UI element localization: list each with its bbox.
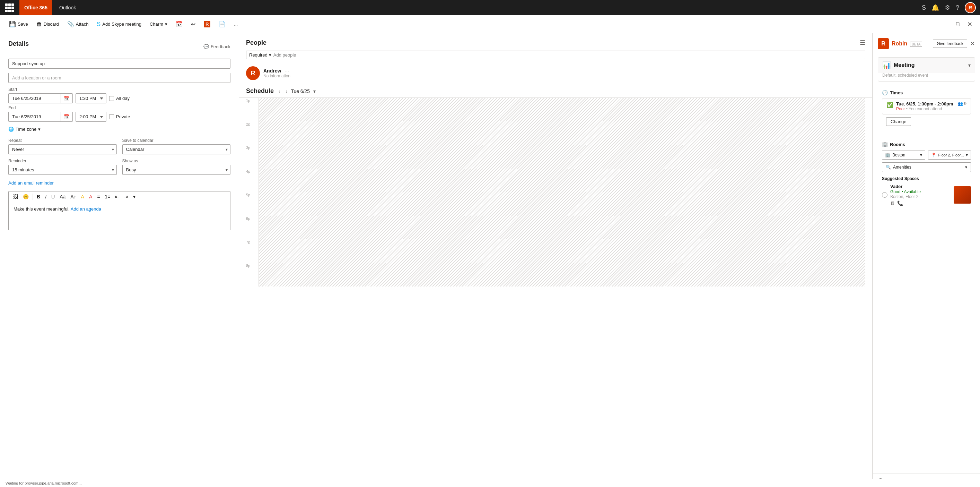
rte-font-size-up-button[interactable]: A↑ (68, 193, 78, 201)
change-time-button[interactable]: Change (886, 117, 911, 126)
toolbar-close-group: ⧉ ✕ (954, 19, 974, 29)
schedule-row-1p: 1p (246, 98, 865, 121)
rich-text-editor: 🖼 😊 B I U Aa A↑ A A ≡ 1≡ ⇤ ⇥ ▾ Make this… (8, 191, 231, 230)
room-status: Good • Available (890, 189, 921, 194)
schedule-date[interactable]: Tue 6/25 (291, 88, 310, 94)
amenities-chevron-icon: ▾ (965, 165, 967, 169)
robin-toolbar-button[interactable]: R (200, 19, 214, 29)
save-calendar-select[interactable]: Calendar (123, 144, 231, 154)
rte-bullets-button[interactable]: ≡ (95, 193, 102, 201)
floor-select[interactable]: 📍 Floor 2, Floor... ▾ (928, 150, 971, 160)
add-agenda-link[interactable]: Add an agenda (71, 206, 101, 212)
people-count-icon: 👥 (958, 101, 963, 106)
show-as-select[interactable]: Busy (123, 165, 231, 175)
schedule-col-8p (259, 263, 865, 286)
rte-font-size-button[interactable]: Aa (58, 193, 67, 201)
feedback-button[interactable]: 💬 Feedback (204, 44, 231, 49)
start-date-calendar-button[interactable]: 📅 (60, 94, 72, 103)
give-feedback-button[interactable]: Give feedback (933, 40, 967, 48)
start-date-input[interactable] (9, 94, 60, 103)
settings-icon[interactable]: ⚙ (945, 4, 950, 11)
rte-numbers-button[interactable]: 1≡ (103, 193, 112, 201)
charm-button[interactable]: Charm ▾ (146, 20, 171, 29)
meeting-card-header[interactable]: 📊 Meeting ▾ (878, 57, 975, 73)
extra-button[interactable]: 📄 (215, 19, 229, 29)
room-suggestion-vader[interactable]: Vader Good • Available Boston, Floor 2 🖥 (882, 184, 971, 206)
rte-outdent-button[interactable]: ⇤ (113, 193, 121, 201)
room-name-vader: Vader (890, 184, 951, 189)
check-icon: ✅ (886, 102, 893, 108)
schedule-date-chevron[interactable]: ▾ (311, 88, 318, 95)
reminder-field: Reminder 15 minutes (8, 158, 117, 175)
rte-toolbar: 🖼 😊 B I U Aa A↑ A A ≡ 1≡ ⇤ ⇥ ▾ (9, 192, 230, 202)
end-date-calendar-button[interactable]: 📅 (60, 112, 72, 121)
room-info-vader: Vader Good • Available Boston, Floor 2 🖥 (890, 184, 951, 206)
user-avatar[interactable]: R (965, 2, 976, 13)
end-time-select[interactable]: 2:00 PM (76, 112, 107, 122)
show-as-field: Show as Busy (123, 158, 231, 175)
waffle-menu[interactable] (4, 2, 14, 13)
schedule-col-1p (259, 98, 865, 121)
discard-button[interactable]: 🗑 Discard (33, 19, 62, 29)
boston-chevron-icon: ▾ (920, 153, 922, 158)
schedule-row-7p: 7p (246, 240, 865, 263)
attach-icon: 📎 (67, 21, 74, 27)
add-skype-button[interactable]: S Add Skype meeting (94, 19, 145, 29)
more-button[interactable]: ... (231, 20, 241, 29)
add-email-reminder-link[interactable]: Add an email reminder (8, 180, 54, 185)
schedule-col-2p (259, 121, 865, 145)
rte-bold-button[interactable]: B (35, 193, 42, 201)
reminder-select[interactable]: 15 minutes (8, 165, 117, 175)
time-label-8p: 8p (246, 263, 259, 286)
required-dropdown[interactable]: Required ▾ (249, 53, 271, 57)
amenities-row[interactable]: 🔍 Amenities ▾ (882, 162, 971, 172)
event-name-input[interactable] (8, 59, 231, 69)
repeat-select[interactable]: Never (8, 144, 117, 154)
extra-icon: 📄 (219, 21, 226, 27)
skype-icon[interactable]: S (922, 4, 926, 11)
save-icon: 💾 (9, 21, 16, 27)
rte-body[interactable]: Make this event meaningful. Add an agend… (9, 202, 230, 230)
rte-underline-button[interactable]: U (49, 193, 56, 201)
attach-button[interactable]: 📎 Attach (64, 19, 92, 29)
close-compose-button[interactable]: ✕ (965, 19, 974, 29)
repeat-label: Repeat (8, 138, 117, 143)
person-email: ··· (285, 69, 289, 73)
end-date-field: 📅 (8, 112, 73, 122)
robin-header-right: Give feedback ✕ (933, 40, 975, 48)
location-row: 🏢 Boston ▾ 📍 Floor 2, Floor... ▾ (882, 150, 971, 160)
more-options-button[interactable]: 📅 (172, 19, 186, 29)
bell-icon[interactable]: 🔔 (931, 4, 939, 11)
building-icon: 🏢 (885, 153, 890, 158)
rte-indent-button[interactable]: ⇥ (123, 193, 130, 201)
rte-color-button[interactable]: A (88, 193, 94, 201)
private-checkbox[interactable] (109, 115, 114, 119)
add-people-input[interactable] (274, 53, 862, 57)
start-time-select[interactable]: 1:30 PM (76, 93, 107, 103)
maximize-button[interactable]: ⧉ (954, 19, 963, 29)
rte-more-button[interactable]: ▾ (131, 193, 137, 201)
rooms-icon: 🏢 (882, 142, 888, 147)
save-button[interactable]: 💾 Save (6, 19, 32, 29)
schedule-next-button[interactable]: › (284, 88, 290, 95)
rte-emoji-button[interactable]: 😊 (21, 193, 30, 201)
rte-highlight-button[interactable]: A (80, 193, 86, 201)
people-list-icon[interactable]: ☰ (860, 39, 865, 46)
amenities-icon: 🔍 (886, 165, 891, 169)
schedule-prev-button[interactable]: ‹ (277, 88, 282, 95)
help-icon[interactable]: ? (956, 4, 959, 11)
boston-select[interactable]: 🏢 Boston ▾ (882, 150, 925, 160)
room-radio-vader[interactable] (882, 192, 888, 198)
meeting-card-title-row: 📊 Meeting (882, 61, 915, 69)
main-layout: Details 💬 Feedback Start 📅 1:30 PM (0, 33, 980, 487)
rte-italic-button[interactable]: I (43, 193, 48, 201)
undo-button[interactable]: ↩ (188, 19, 199, 29)
rte-image-button[interactable]: 🖼 (11, 193, 20, 201)
end-date-input[interactable] (9, 112, 60, 121)
time-slot-info: Tue. 6/25, 1:30pm - 2:00pm Poor • You ca… (896, 101, 955, 111)
robin-close-button[interactable]: ✕ (970, 40, 975, 48)
timezone-button[interactable]: 🌐 Time zone ▾ (8, 125, 41, 133)
room-thumbnail (954, 186, 971, 204)
allday-checkbox[interactable] (109, 96, 114, 101)
location-input[interactable] (8, 73, 231, 83)
